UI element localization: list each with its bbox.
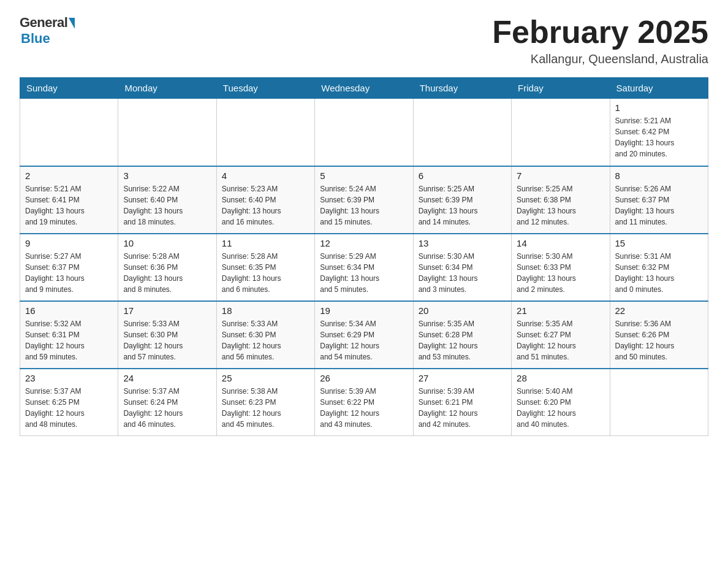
calendar-cell: 14Sunrise: 5:30 AM Sunset: 6:33 PM Dayli… <box>512 234 610 301</box>
day-number: 28 <box>517 373 604 383</box>
logo: General Blue <box>20 15 75 47</box>
calendar-cell <box>216 99 314 166</box>
calendar-cell: 12Sunrise: 5:29 AM Sunset: 6:34 PM Dayli… <box>315 234 413 301</box>
day-info: Sunrise: 5:21 AM Sunset: 6:41 PM Dayligh… <box>25 183 113 228</box>
calendar-body: 1Sunrise: 5:21 AM Sunset: 6:42 PM Daylig… <box>20 99 708 436</box>
calendar-cell: 11Sunrise: 5:28 AM Sunset: 6:35 PM Dayli… <box>216 234 314 301</box>
day-number: 1 <box>615 102 703 113</box>
day-info: Sunrise: 5:27 AM Sunset: 6:37 PM Dayligh… <box>25 251 113 295</box>
day-number: 25 <box>222 373 309 383</box>
calendar-cell: 5Sunrise: 5:24 AM Sunset: 6:39 PM Daylig… <box>315 166 413 234</box>
day-info: Sunrise: 5:28 AM Sunset: 6:35 PM Dayligh… <box>222 251 309 295</box>
day-info: Sunrise: 5:30 AM Sunset: 6:34 PM Dayligh… <box>419 251 506 295</box>
day-number: 13 <box>419 238 506 248</box>
day-info: Sunrise: 5:25 AM Sunset: 6:38 PM Dayligh… <box>517 183 604 228</box>
calendar-cell: 4Sunrise: 5:23 AM Sunset: 6:40 PM Daylig… <box>216 166 314 234</box>
page-header: General Blue February 2025 Kallangur, Qu… <box>20 15 708 66</box>
day-info: Sunrise: 5:39 AM Sunset: 6:21 PM Dayligh… <box>419 386 506 430</box>
day-info: Sunrise: 5:37 AM Sunset: 6:25 PM Dayligh… <box>25 386 113 430</box>
day-info: Sunrise: 5:28 AM Sunset: 6:36 PM Dayligh… <box>123 251 211 295</box>
day-number: 24 <box>123 373 211 383</box>
day-info: Sunrise: 5:21 AM Sunset: 6:42 PM Dayligh… <box>615 115 703 159</box>
calendar-table: SundayMondayTuesdayWednesdayThursdayFrid… <box>20 77 708 436</box>
week-row-5: 23Sunrise: 5:37 AM Sunset: 6:25 PM Dayli… <box>20 369 708 436</box>
calendar-cell: 25Sunrise: 5:38 AM Sunset: 6:23 PM Dayli… <box>216 369 314 436</box>
day-info: Sunrise: 5:31 AM Sunset: 6:32 PM Dayligh… <box>615 251 703 295</box>
day-number: 2 <box>25 170 113 181</box>
weekday-header-tuesday: Tuesday <box>216 78 314 99</box>
calendar-cell <box>413 99 511 166</box>
calendar-cell: 20Sunrise: 5:35 AM Sunset: 6:28 PM Dayli… <box>413 301 511 369</box>
day-number: 20 <box>419 305 506 316</box>
day-number: 11 <box>222 238 309 248</box>
day-info: Sunrise: 5:33 AM Sunset: 6:30 PM Dayligh… <box>123 318 211 362</box>
weekday-row: SundayMondayTuesdayWednesdayThursdayFrid… <box>20 78 708 99</box>
day-number: 5 <box>320 170 408 181</box>
day-info: Sunrise: 5:26 AM Sunset: 6:37 PM Dayligh… <box>615 183 703 228</box>
calendar-cell: 13Sunrise: 5:30 AM Sunset: 6:34 PM Dayli… <box>413 234 511 301</box>
calendar-cell: 9Sunrise: 5:27 AM Sunset: 6:37 PM Daylig… <box>20 234 118 301</box>
calendar-header: SundayMondayTuesdayWednesdayThursdayFrid… <box>20 78 708 99</box>
day-number: 21 <box>517 305 604 316</box>
calendar-cell: 8Sunrise: 5:26 AM Sunset: 6:37 PM Daylig… <box>610 166 708 234</box>
calendar-cell: 18Sunrise: 5:33 AM Sunset: 6:30 PM Dayli… <box>216 301 314 369</box>
calendar-cell: 22Sunrise: 5:36 AM Sunset: 6:26 PM Dayli… <box>610 301 708 369</box>
week-row-1: 1Sunrise: 5:21 AM Sunset: 6:42 PM Daylig… <box>20 99 708 166</box>
day-info: Sunrise: 5:33 AM Sunset: 6:30 PM Dayligh… <box>222 318 309 362</box>
calendar-cell: 23Sunrise: 5:37 AM Sunset: 6:25 PM Dayli… <box>20 369 118 436</box>
day-number: 22 <box>615 305 703 316</box>
calendar-cell: 1Sunrise: 5:21 AM Sunset: 6:42 PM Daylig… <box>610 99 708 166</box>
logo-arrow-icon <box>69 18 75 29</box>
month-title: February 2025 <box>492 15 708 50</box>
location-text: Kallangur, Queensland, Australia <box>492 52 708 66</box>
day-number: 17 <box>123 305 211 316</box>
weekday-header-friday: Friday <box>512 78 610 99</box>
day-info: Sunrise: 5:34 AM Sunset: 6:29 PM Dayligh… <box>320 318 408 362</box>
calendar-cell: 3Sunrise: 5:22 AM Sunset: 6:40 PM Daylig… <box>118 166 216 234</box>
day-number: 23 <box>25 373 113 383</box>
day-info: Sunrise: 5:36 AM Sunset: 6:26 PM Dayligh… <box>615 318 703 362</box>
calendar-cell <box>610 369 708 436</box>
day-number: 7 <box>517 170 604 181</box>
day-info: Sunrise: 5:29 AM Sunset: 6:34 PM Dayligh… <box>320 251 408 295</box>
day-info: Sunrise: 5:23 AM Sunset: 6:40 PM Dayligh… <box>222 183 309 228</box>
calendar-cell <box>20 99 118 166</box>
logo-blue-text: Blue <box>21 31 50 47</box>
day-number: 27 <box>419 373 506 383</box>
calendar-cell <box>118 99 216 166</box>
day-number: 19 <box>320 305 408 316</box>
calendar-cell: 17Sunrise: 5:33 AM Sunset: 6:30 PM Dayli… <box>118 301 216 369</box>
day-number: 18 <box>222 305 309 316</box>
calendar-cell: 15Sunrise: 5:31 AM Sunset: 6:32 PM Dayli… <box>610 234 708 301</box>
day-number: 3 <box>123 170 211 181</box>
week-row-3: 9Sunrise: 5:27 AM Sunset: 6:37 PM Daylig… <box>20 234 708 301</box>
day-number: 12 <box>320 238 408 248</box>
day-number: 15 <box>615 238 703 248</box>
day-number: 10 <box>123 238 211 248</box>
week-row-4: 16Sunrise: 5:32 AM Sunset: 6:31 PM Dayli… <box>20 301 708 369</box>
weekday-header-monday: Monday <box>118 78 216 99</box>
day-number: 26 <box>320 373 408 383</box>
day-info: Sunrise: 5:30 AM Sunset: 6:33 PM Dayligh… <box>517 251 604 295</box>
day-number: 14 <box>517 238 604 248</box>
calendar-cell: 27Sunrise: 5:39 AM Sunset: 6:21 PM Dayli… <box>413 369 511 436</box>
calendar-cell: 16Sunrise: 5:32 AM Sunset: 6:31 PM Dayli… <box>20 301 118 369</box>
day-number: 16 <box>25 305 113 316</box>
weekday-header-thursday: Thursday <box>413 78 511 99</box>
day-info: Sunrise: 5:22 AM Sunset: 6:40 PM Dayligh… <box>123 183 211 228</box>
calendar-cell: 10Sunrise: 5:28 AM Sunset: 6:36 PM Dayli… <box>118 234 216 301</box>
calendar-cell: 26Sunrise: 5:39 AM Sunset: 6:22 PM Dayli… <box>315 369 413 436</box>
day-number: 4 <box>222 170 309 181</box>
week-row-2: 2Sunrise: 5:21 AM Sunset: 6:41 PM Daylig… <box>20 166 708 234</box>
day-number: 6 <box>419 170 506 181</box>
calendar-cell: 24Sunrise: 5:37 AM Sunset: 6:24 PM Dayli… <box>118 369 216 436</box>
day-info: Sunrise: 5:24 AM Sunset: 6:39 PM Dayligh… <box>320 183 408 228</box>
weekday-header-wednesday: Wednesday <box>315 78 413 99</box>
calendar-cell: 21Sunrise: 5:35 AM Sunset: 6:27 PM Dayli… <box>512 301 610 369</box>
calendar-cell <box>315 99 413 166</box>
title-block: February 2025 Kallangur, Queensland, Aus… <box>492 15 708 66</box>
day-info: Sunrise: 5:25 AM Sunset: 6:39 PM Dayligh… <box>419 183 506 228</box>
calendar-cell: 2Sunrise: 5:21 AM Sunset: 6:41 PM Daylig… <box>20 166 118 234</box>
calendar-cell: 19Sunrise: 5:34 AM Sunset: 6:29 PM Dayli… <box>315 301 413 369</box>
day-info: Sunrise: 5:35 AM Sunset: 6:27 PM Dayligh… <box>517 318 604 362</box>
